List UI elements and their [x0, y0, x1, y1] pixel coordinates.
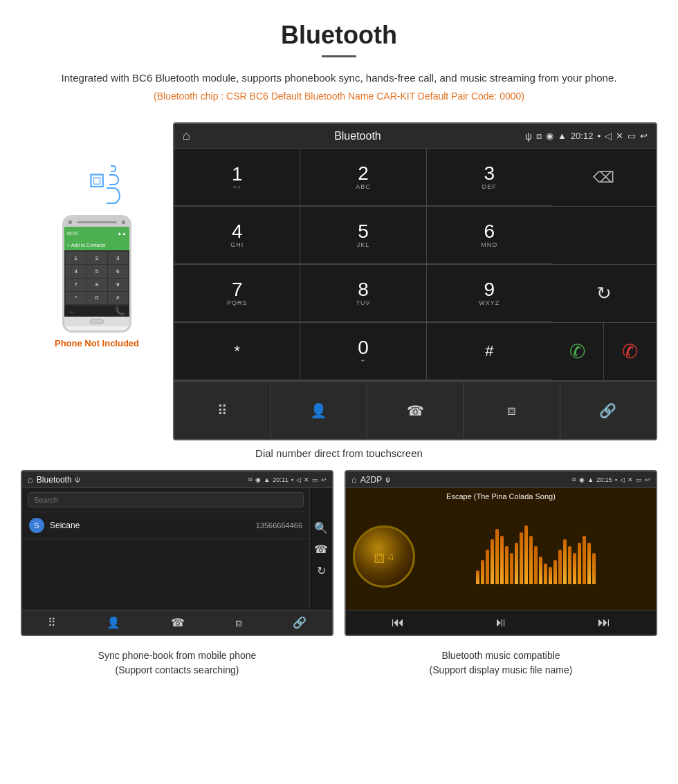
key-star[interactable]: * [174, 323, 300, 380]
key-0[interactable]: 0+ [300, 323, 426, 380]
eq-bar-2 [486, 550, 489, 584]
eq-bar-6 [505, 546, 508, 584]
phonebook-usb-icon: ψ [75, 476, 80, 483]
volume-icon: ◁ [605, 131, 612, 141]
bt-nav-icon: ⧈ [507, 402, 516, 418]
phone-speaker [68, 221, 72, 224]
phone-illustration: M:00 ▲▲ + Add to Contacts 1 2 3 4 5 6 7 … [62, 215, 131, 333]
eq-bar-0 [476, 570, 479, 584]
pb-nav-grid[interactable]: ⠿ [48, 616, 56, 629]
contact-name: Seicane [50, 521, 256, 530]
phonebook-screen-wrap: ⌂ Bluetooth ψ ⧈ ◉ ▲ 20:11 ▪ ◁ ✕ ▭ ↩ [21, 470, 333, 636]
phone-key-2: 2 [86, 252, 107, 264]
call-red-cell[interactable]: ✆ [604, 323, 656, 380]
music-home-icon[interactable]: ⌂ [351, 474, 357, 485]
link-nav-icon: 🔗 [599, 402, 616, 419]
phone-key-9: 9 [108, 279, 128, 291]
pb-bt-icon: ⧈ [248, 476, 253, 483]
pb-nav-bt[interactable]: ⧈ [235, 617, 242, 629]
back-icon: ↩ [640, 131, 648, 141]
contacts-icon: 👤 [310, 402, 327, 419]
music-screen-title: A2DP [360, 475, 382, 485]
eq-bar-11 [529, 536, 533, 584]
music-screen-wrap: ⌂ A2DP ψ ⧈ ◉ ▲ 20:15 ▪ ◁ ✕ ▭ ↩ Esc [345, 470, 657, 636]
eq-bar-20 [573, 553, 576, 584]
key-3[interactable]: 3DEF [427, 149, 552, 206]
close-icon: ✕ [616, 131, 623, 141]
pb-nav-person[interactable]: 👤 [107, 616, 120, 629]
contact-row: S Seicane 13566664466 [22, 512, 309, 539]
prev-track-icon[interactable]: ⏮ [392, 615, 404, 630]
album-bt-icon: ⧈ [374, 546, 385, 568]
eq-bar-10 [524, 525, 528, 584]
pb-refresh-side-icon[interactable]: ↻ [317, 564, 326, 577]
phone-nav-btn[interactable]: ☎ [367, 382, 464, 439]
music-note-icon: ♫ [387, 551, 394, 562]
phonebook-side-icons: 🔍 ☎ ↻ [309, 488, 332, 610]
eq-bar-24 [592, 553, 596, 584]
pb-screen-icon: ▭ [312, 476, 318, 483]
phonebook-title: Bluetooth [37, 475, 72, 485]
key-7[interactable]: 7PQRS [174, 265, 300, 322]
key-hash[interactable]: # [427, 323, 552, 380]
pb-cam-icon: ▪ [291, 476, 293, 483]
phone-status: ▲▲ [117, 231, 127, 236]
phonebook-caption: Sync phone-book from mobile phone (Suppo… [21, 648, 333, 678]
mu-back-icon: ↩ [645, 476, 650, 483]
key-9[interactable]: 9WXYZ [427, 265, 552, 322]
link-nav-btn[interactable]: 🔗 [560, 382, 656, 439]
eq-bar-23 [587, 543, 591, 584]
key-4[interactable]: 4GHI [174, 207, 300, 264]
album-art: ⧈ ♫ [353, 525, 415, 588]
search-bar-row [22, 488, 309, 512]
top-bar-left: ⌂ [183, 129, 190, 143]
pb-nav-link[interactable]: 🔗 [293, 616, 306, 629]
pb-call-side-icon[interactable]: ☎ [314, 543, 328, 556]
page-title: Bluetooth [42, 21, 636, 50]
phonebook-bottom-bar: ⠿ 👤 ☎ ⧈ 🔗 [22, 610, 332, 635]
mu-x-icon: ✕ [627, 476, 633, 483]
eq-bar-17 [558, 550, 562, 584]
pb-signal-icon: ▲ [264, 476, 270, 483]
phonebook-body: S Seicane 13566664466 [22, 488, 309, 610]
play-pause-icon[interactable]: ⏯ [495, 615, 507, 630]
eq-bar-13 [539, 557, 542, 584]
key-2[interactable]: 2ABC [300, 149, 426, 206]
mu-screen-icon: ▭ [636, 476, 642, 483]
delete-cell[interactable]: ⌫ [552, 149, 656, 206]
next-track-icon[interactable]: ⏭ [598, 615, 610, 630]
pb-nav-phone[interactable]: ☎ [171, 616, 185, 629]
wave1 [111, 165, 116, 172]
camera-icon: ▪ [597, 131, 601, 141]
call-green-cell[interactable]: ✆ [552, 323, 604, 380]
phone-key-0: 0 [86, 292, 107, 304]
music-top-right: ⧈ ◉ ▲ 20:15 ▪ ◁ ✕ ▭ ↩ [572, 476, 650, 483]
music-song-title: Escape (The Pina Colada Song) [439, 488, 562, 503]
android-screen-title: Bluetooth [334, 130, 381, 142]
mu-signal-icon: ▲ [587, 476, 594, 483]
bt-nav-btn[interactable]: ⧈ [464, 382, 560, 439]
phone-top-bar [64, 217, 129, 227]
phone-back-icon: ← [68, 308, 75, 315]
key-6[interactable]: 6MNO [427, 207, 552, 264]
home-icon[interactable]: ⌂ [183, 129, 190, 143]
phone-key-8: 8 [86, 279, 107, 291]
wave2 [109, 174, 119, 185]
key-1[interactable]: 1○○ [174, 149, 300, 206]
pb-search-side-icon[interactable]: 🔍 [314, 521, 328, 534]
music-caption-line2: (Support display music file name) [430, 664, 573, 675]
key-5[interactable]: 5JKL [300, 207, 426, 264]
dialpad-grid-icon: ⠿ [217, 402, 228, 419]
pb-vol-icon: ◁ [296, 476, 301, 483]
search-input[interactable] [28, 492, 304, 507]
contacts-nav-btn[interactable]: 👤 [271, 382, 367, 439]
phonebook-home-icon[interactable]: ⌂ [28, 474, 33, 485]
phone-key-5: 5 [86, 265, 107, 277]
phonebook-android-screen: ⌂ Bluetooth ψ ⧈ ◉ ▲ 20:11 ▪ ◁ ✕ ▭ ↩ [21, 470, 333, 636]
dialpad-nav-btn[interactable]: ⠿ [174, 382, 271, 439]
mu-vol-icon: ◁ [620, 476, 625, 483]
dial-content: 1○○ 2ABC 3DEF ⌫ 4GHI 5JKL 6MNO 7PQRS [174, 149, 656, 439]
key-8[interactable]: 8TUV [300, 265, 426, 322]
phone-call-icon: 📞 [115, 306, 125, 316]
refresh-cell[interactable]: ↻ [552, 265, 656, 322]
